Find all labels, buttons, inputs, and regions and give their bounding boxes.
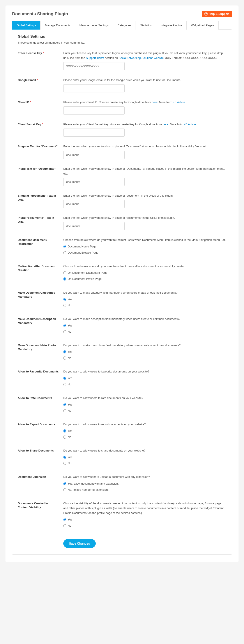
- save-changes-button[interactable]: Save Changes: [63, 539, 96, 548]
- radio-photo-no[interactable]: [63, 356, 66, 360]
- tab-member-level-settings[interactable]: Member Level Settings: [75, 21, 113, 30]
- field-extension: Do you want to allow user to upload a do…: [63, 474, 226, 493]
- label-url-plural: Plural "documents" Text in URL: [18, 216, 59, 230]
- tab-global-settings[interactable]: Global Settings: [12, 21, 40, 30]
- panel-subtitle: These settings affect all members in you…: [18, 41, 226, 44]
- label-allow-share: Allow to Share Documents: [18, 448, 59, 467]
- input-client-secret[interactable]: [63, 128, 125, 137]
- input-plural-text[interactable]: [63, 178, 125, 186]
- field-allow-favourite: Do you want to allow users to favourite …: [63, 369, 226, 388]
- header: Documents Sharing Plugin ? Help & Suppor…: [12, 11, 232, 17]
- link-client-id-here[interactable]: here: [152, 100, 158, 104]
- field-create-redirection: Choose from below where do you want to r…: [63, 264, 226, 283]
- input-client-id[interactable]: [63, 106, 125, 114]
- label-singular-text: Singular Text for "Document": [18, 144, 59, 159]
- tab-categories[interactable]: Categories: [113, 21, 136, 30]
- field-cat-mandatory: Do you want to make category field manda…: [63, 290, 226, 309]
- field-url-plural: Enter the text which you want to show in…: [63, 216, 226, 230]
- radio-ext-limited[interactable]: [63, 488, 66, 492]
- link-client-id-kb[interactable]: KB Article: [172, 100, 185, 104]
- question-icon: ?: [204, 12, 208, 16]
- label-client-secret: Client Secret Key *: [18, 122, 59, 137]
- label-menu-redirection: Document Main Menu Redirection: [18, 238, 59, 256]
- label-allow-rate: Allow to Rate Documents: [18, 396, 59, 414]
- radio-report-no[interactable]: [63, 436, 66, 438]
- label-allow-report: Allow to Report Documents: [18, 422, 59, 441]
- help-label: Help & Support: [208, 12, 229, 16]
- admin-panel: Documents Sharing Plugin ? Help & Suppor…: [6, 6, 238, 562]
- radio-create-profile[interactable]: [63, 278, 66, 280]
- radio-vis-yes[interactable]: [63, 518, 66, 521]
- label-extension: Document Extension: [18, 474, 59, 493]
- tab-widgetized-pages[interactable]: Widgetized Pages: [186, 21, 218, 30]
- radio-cat-yes[interactable]: [63, 298, 66, 301]
- radio-share-no[interactable]: [63, 462, 66, 465]
- tab-integrate-plugins[interactable]: Integrate Plugins: [156, 21, 186, 30]
- label-cat-mandatory: Make Document Categories Mandatory: [18, 290, 59, 309]
- field-client-secret: Please enter your Client Secret Key. You…: [63, 122, 226, 137]
- label-license-key: Enter License key *: [18, 51, 59, 70]
- radio-photo-yes[interactable]: [63, 350, 66, 354]
- radio-desc-no[interactable]: [63, 330, 66, 333]
- field-allow-share: Do you want to allow users to share docu…: [63, 448, 226, 467]
- label-url-singular: Singular "document" Text in URL: [18, 193, 59, 208]
- page-title: Documents Sharing Plugin: [12, 12, 68, 16]
- input-url-plural[interactable]: [63, 222, 125, 230]
- panel-title: Global Settings: [18, 34, 226, 39]
- link-sns-website[interactable]: SocialNetworking.Solutions website: [119, 56, 164, 60]
- radio-rate-no[interactable]: [63, 409, 66, 412]
- field-client-id: Please enter your Client ID. You can cre…: [63, 100, 226, 114]
- input-singular-text[interactable]: [63, 151, 125, 159]
- radio-fav-yes[interactable]: [63, 377, 66, 380]
- field-allow-report: Do you want to allow users to report doc…: [63, 422, 226, 441]
- radio-menu-browse[interactable]: [63, 251, 66, 254]
- label-photo-mandatory: Make Document Main Photo Mandatory: [18, 343, 59, 362]
- label-create-redirection: Redirection After Document Creation: [18, 264, 59, 283]
- radio-rate-yes[interactable]: [63, 403, 66, 406]
- label-desc-mandatory: Make Document Description Mandatory: [18, 317, 59, 336]
- field-plural-text: Enter the text which you want to show in…: [63, 166, 226, 186]
- field-menu-redirection: Choose from below where do you want to r…: [63, 238, 226, 256]
- tabs: Global Settings Manage Documents Member …: [12, 21, 232, 30]
- field-url-singular: Enter the text which you want to show in…: [63, 193, 226, 208]
- field-visibility: Choose the visibility of the documents c…: [63, 501, 226, 530]
- label-visibility: Documents Created in Content Visibility: [18, 501, 59, 530]
- label-allow-favourite: Allow to Favourite Documents: [18, 369, 59, 388]
- help-support-button[interactable]: ? Help & Support: [202, 11, 232, 17]
- radio-cat-no[interactable]: [63, 304, 66, 307]
- tab-manage-documents[interactable]: Manage Documents: [40, 21, 75, 30]
- radio-ext-any[interactable]: [63, 482, 66, 485]
- radio-report-yes[interactable]: [63, 430, 66, 432]
- radio-create-dashboard[interactable]: [63, 271, 66, 274]
- link-secret-kb[interactable]: KB Article: [184, 122, 196, 126]
- field-allow-rate: Do you want to allow users to rate docum…: [63, 396, 226, 414]
- link-support-ticket[interactable]: Support Ticket: [86, 56, 104, 60]
- input-url-singular[interactable]: [63, 200, 125, 208]
- label-client-id: Client ID *: [18, 100, 59, 114]
- label-google-email: Google Email *: [18, 78, 59, 92]
- field-google-email: Please enter your Google email id for th…: [63, 78, 226, 92]
- field-photo-mandatory: Do you want to make main photo field man…: [63, 343, 226, 362]
- radio-menu-home[interactable]: [63, 245, 66, 248]
- radio-share-yes[interactable]: [63, 456, 66, 459]
- input-google-email[interactable]: [63, 84, 125, 92]
- radio-fav-no[interactable]: [63, 383, 66, 386]
- radio-vis-no[interactable]: [63, 524, 66, 527]
- field-license-key: Enter your license key that is provided …: [63, 51, 226, 70]
- input-license-key[interactable]: [63, 62, 125, 70]
- link-secret-here[interactable]: here: [163, 122, 168, 126]
- label-plural-text: Plural Text for "Documents": [18, 166, 59, 186]
- field-singular-text: Enter the text which you want to show in…: [63, 144, 226, 159]
- radio-desc-yes[interactable]: [63, 324, 66, 327]
- field-desc-mandatory: Do you want to make description field ma…: [63, 317, 226, 336]
- settings-panel: Global Settings These settings affect al…: [12, 29, 232, 555]
- tab-statistics[interactable]: Statistics: [136, 21, 156, 30]
